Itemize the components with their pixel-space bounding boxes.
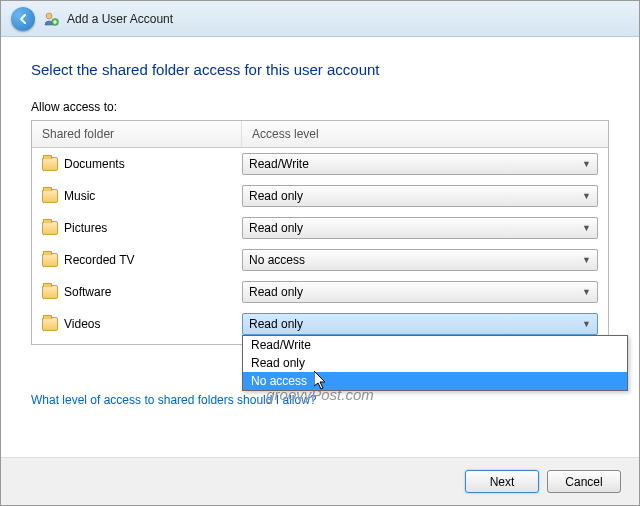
select-value: Read only bbox=[249, 285, 303, 299]
select-value: Read only bbox=[249, 317, 303, 331]
column-access-level[interactable]: Access level bbox=[242, 121, 608, 147]
folder-icon bbox=[42, 221, 58, 235]
access-level-select[interactable]: Read only▼ bbox=[242, 217, 598, 239]
table-row: SoftwareRead only▼ bbox=[32, 276, 608, 308]
folder-icon bbox=[42, 285, 58, 299]
access-level-select[interactable]: Read only▼ bbox=[242, 313, 598, 335]
access-level-select[interactable]: Read only▼ bbox=[242, 185, 598, 207]
folder-icon bbox=[42, 317, 58, 331]
access-level-cell: Read/Write▼ bbox=[242, 153, 598, 175]
help-link[interactable]: What level of access to shared folders s… bbox=[31, 393, 316, 407]
access-level-cell: Read only▼ bbox=[242, 217, 598, 239]
folder-cell: Recorded TV bbox=[42, 253, 242, 267]
content-area: Select the shared folder access for this… bbox=[1, 37, 639, 457]
access-level-select[interactable]: Read only▼ bbox=[242, 281, 598, 303]
chevron-down-icon: ▼ bbox=[582, 319, 591, 329]
titlebar: Add a User Account bbox=[1, 1, 639, 37]
chevron-down-icon: ▼ bbox=[582, 255, 591, 265]
next-button[interactable]: Next bbox=[465, 470, 539, 493]
table-row: DocumentsRead/Write▼ bbox=[32, 148, 608, 180]
allow-access-label: Allow access to: bbox=[31, 100, 609, 114]
access-level-select[interactable]: Read/Write▼ bbox=[242, 153, 598, 175]
back-button[interactable] bbox=[11, 7, 35, 31]
chevron-down-icon: ▼ bbox=[582, 223, 591, 233]
folder-cell: Videos bbox=[42, 317, 242, 331]
folder-label: Videos bbox=[64, 317, 100, 331]
select-value: Read only bbox=[249, 189, 303, 203]
folder-cell: Music bbox=[42, 189, 242, 203]
footer: Next Cancel bbox=[1, 457, 639, 505]
folder-icon bbox=[42, 189, 58, 203]
titlebar-text: Add a User Account bbox=[67, 12, 173, 26]
dropdown-item[interactable]: Read/Write bbox=[243, 336, 627, 354]
access-level-select[interactable]: No access▼ bbox=[242, 249, 598, 271]
folder-label: Software bbox=[64, 285, 111, 299]
folder-cell: Pictures bbox=[42, 221, 242, 235]
chevron-down-icon: ▼ bbox=[582, 191, 591, 201]
folder-label: Music bbox=[64, 189, 95, 203]
access-level-dropdown[interactable]: Read/WriteRead onlyNo access bbox=[242, 335, 628, 391]
table-row: PicturesRead only▼ bbox=[32, 212, 608, 244]
cancel-button[interactable]: Cancel bbox=[547, 470, 621, 493]
folder-label: Pictures bbox=[64, 221, 107, 235]
select-value: No access bbox=[249, 253, 305, 267]
folder-label: Recorded TV bbox=[64, 253, 134, 267]
chevron-down-icon: ▼ bbox=[582, 159, 591, 169]
access-level-cell: Read only▼ bbox=[242, 185, 598, 207]
user-account-icon bbox=[43, 11, 59, 27]
folder-icon bbox=[42, 157, 58, 171]
access-level-cell: No access▼ bbox=[242, 249, 598, 271]
column-shared-folder[interactable]: Shared folder bbox=[32, 121, 242, 147]
dropdown-item[interactable]: No access bbox=[243, 372, 627, 390]
table-row: MusicRead only▼ bbox=[32, 180, 608, 212]
folder-icon bbox=[42, 253, 58, 267]
chevron-down-icon: ▼ bbox=[582, 287, 591, 297]
svg-point-0 bbox=[46, 13, 52, 19]
folder-label: Documents bbox=[64, 157, 125, 171]
access-level-cell: Read only▼ bbox=[242, 281, 598, 303]
access-level-cell: Read only▼ bbox=[242, 313, 598, 335]
folder-access-table: Shared folder Access level DocumentsRead… bbox=[31, 120, 609, 345]
folder-cell: Documents bbox=[42, 157, 242, 171]
dropdown-item[interactable]: Read only bbox=[243, 354, 627, 372]
select-value: Read only bbox=[249, 221, 303, 235]
folder-cell: Software bbox=[42, 285, 242, 299]
page-heading: Select the shared folder access for this… bbox=[31, 61, 609, 78]
table-header: Shared folder Access level bbox=[32, 121, 608, 148]
select-value: Read/Write bbox=[249, 157, 309, 171]
table-row: Recorded TVNo access▼ bbox=[32, 244, 608, 276]
wizard-window: Add a User Account Select the shared fol… bbox=[0, 0, 640, 506]
